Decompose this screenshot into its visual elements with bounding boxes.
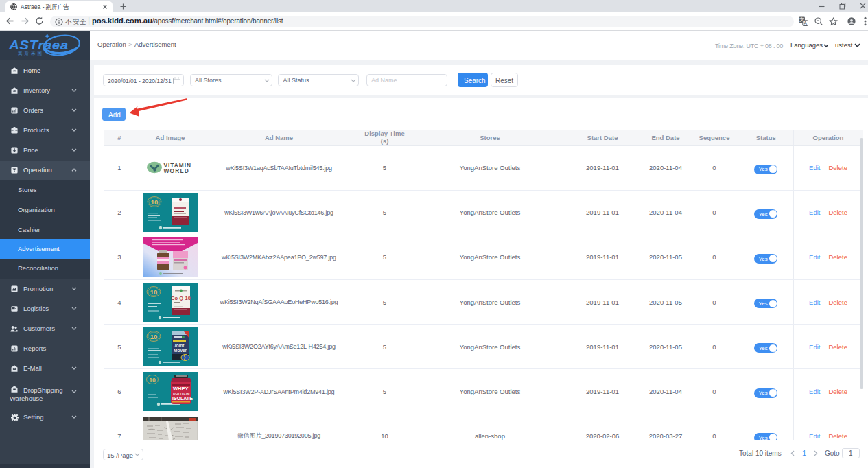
svg-text:10: 10 [150, 333, 158, 340]
svg-text:10: 10 [150, 288, 158, 296]
svg-text:WHEY: WHEY [173, 386, 189, 392]
svg-text:Mover: Mover [174, 348, 187, 353]
svg-text:10: 10 [149, 377, 156, 384]
svg-text:A: A [804, 21, 807, 25]
svg-text:翼斯米国: 翼斯米国 [18, 51, 44, 56]
svg-text:10: 10 [151, 198, 159, 206]
svg-text:Co Q-10: Co Q-10 [171, 295, 191, 301]
svg-text:WORLD: WORLD [164, 167, 189, 174]
svg-text:ISOLATE: ISOLATE [172, 396, 193, 401]
svg-text:Joint: Joint [174, 343, 185, 348]
